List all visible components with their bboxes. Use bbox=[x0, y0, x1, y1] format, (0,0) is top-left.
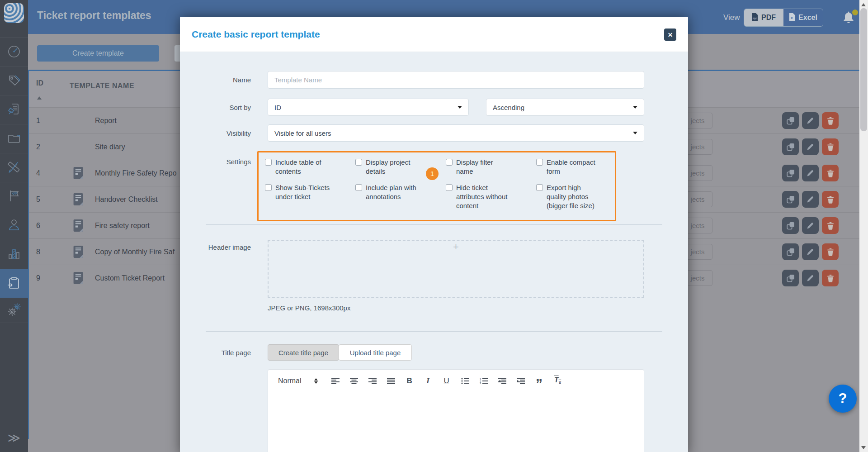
modal-close-button[interactable]: ✕ bbox=[664, 29, 676, 41]
edit-button[interactable] bbox=[802, 243, 819, 260]
edit-button[interactable] bbox=[802, 270, 819, 286]
editor-content-area[interactable] bbox=[268, 392, 644, 452]
edit-button[interactable] bbox=[802, 191, 819, 208]
checkbox[interactable] bbox=[536, 159, 543, 166]
settings-option[interactable]: Display filter name bbox=[446, 158, 536, 176]
sort-direction-select[interactable]: Ascending bbox=[486, 99, 644, 116]
template-name[interactable]: Monthly Fire Safety Repo bbox=[95, 169, 177, 177]
settings-option[interactable]: Enable compact form bbox=[536, 158, 627, 176]
sidebar-item-flags[interactable] bbox=[0, 182, 28, 211]
app-logo-icon[interactable] bbox=[4, 3, 24, 23]
pencil-icon bbox=[807, 169, 814, 177]
duplicate-button[interactable] bbox=[782, 217, 799, 234]
settings-option[interactable]: Hide ticket attributes without content bbox=[446, 183, 536, 210]
copy-icon bbox=[787, 274, 795, 282]
template-name[interactable]: Copy of Monthly Fire Saf bbox=[95, 248, 175, 256]
outdent-button[interactable] bbox=[498, 376, 506, 385]
checkbox[interactable] bbox=[355, 159, 362, 166]
sidebar-item-dashboard[interactable] bbox=[0, 37, 28, 66]
sidebar-item-settings[interactable] bbox=[0, 298, 28, 323]
settings-option[interactable]: Include plan with annotations bbox=[355, 183, 446, 210]
template-name[interactable]: Fire safety report bbox=[95, 222, 150, 230]
template-name[interactable]: Site diary bbox=[95, 143, 125, 151]
template-name-input[interactable]: Template Name bbox=[268, 71, 644, 89]
duplicate-button[interactable] bbox=[782, 112, 799, 129]
delete-button[interactable] bbox=[822, 270, 839, 286]
duplicate-button[interactable] bbox=[782, 243, 799, 260]
edit-button[interactable] bbox=[802, 112, 819, 129]
bold-button[interactable]: B bbox=[406, 376, 414, 385]
row-id: 9 bbox=[36, 274, 71, 282]
duplicate-button[interactable] bbox=[782, 270, 799, 286]
clipboard-report-icon bbox=[6, 275, 22, 292]
paragraph-style-select[interactable]: Normal bbox=[278, 377, 302, 385]
edit-button[interactable] bbox=[802, 217, 819, 234]
tab-upload-title-page[interactable]: Upload title page bbox=[339, 344, 412, 361]
header-image-dropzone[interactable]: + bbox=[268, 240, 644, 298]
italic-button[interactable]: I bbox=[424, 376, 432, 385]
help-button[interactable]: ? bbox=[829, 385, 857, 413]
sidebar-item-measure-tools[interactable] bbox=[0, 153, 28, 182]
indent-button[interactable] bbox=[517, 376, 525, 385]
svg-text:3: 3 bbox=[480, 382, 481, 384]
checkbox[interactable] bbox=[446, 184, 453, 191]
vertical-scroll-thumb[interactable] bbox=[860, 8, 867, 131]
align-justify-button[interactable] bbox=[387, 376, 395, 385]
view-pdf-button[interactable]: PDF PDF bbox=[744, 9, 783, 26]
updown-arrows-icon[interactable] bbox=[314, 378, 318, 384]
template-name[interactable]: Custom Ticket Report bbox=[95, 274, 165, 282]
visibility-select[interactable]: Visible for all users bbox=[268, 124, 644, 142]
tab-create-title-page[interactable]: Create title page bbox=[268, 344, 339, 361]
edit-button[interactable] bbox=[802, 138, 819, 155]
delete-button[interactable] bbox=[822, 217, 839, 234]
checkbox[interactable] bbox=[536, 184, 543, 191]
align-left-button[interactable] bbox=[331, 376, 340, 385]
duplicate-button[interactable] bbox=[782, 191, 799, 208]
list-ordered-button[interactable]: 123 bbox=[480, 376, 488, 385]
create-template-button[interactable]: Create template bbox=[37, 45, 159, 62]
vertical-scrollbar[interactable] bbox=[859, 0, 868, 452]
sidebar: ≫ bbox=[0, 0, 28, 452]
sidebar-item-statistics[interactable] bbox=[0, 240, 28, 269]
duplicate-button[interactable] bbox=[782, 138, 799, 155]
editor-toolbar: Normal BIU123”Tx bbox=[268, 370, 644, 392]
list-bullet-button[interactable] bbox=[461, 376, 469, 385]
settings-option[interactable]: Export high quality photos (bigger file … bbox=[536, 183, 627, 210]
scroll-down-icon[interactable] bbox=[861, 446, 866, 449]
notifications-button[interactable] bbox=[842, 11, 857, 26]
checkbox-label: Include table of contents bbox=[275, 158, 330, 176]
align-center-button[interactable] bbox=[350, 376, 358, 385]
duplicate-button[interactable] bbox=[782, 165, 799, 181]
clear-formatting-button[interactable]: Tx bbox=[554, 376, 562, 385]
delete-button[interactable] bbox=[822, 243, 839, 260]
sidebar-collapse-button[interactable]: ≫ bbox=[0, 428, 28, 448]
checkbox[interactable] bbox=[446, 159, 453, 166]
template-name[interactable]: Report bbox=[95, 117, 117, 125]
align-right-button[interactable] bbox=[368, 376, 377, 385]
delete-button[interactable] bbox=[822, 165, 839, 181]
blockquote-button[interactable]: ” bbox=[535, 376, 543, 385]
sort-column-select[interactable]: ID bbox=[268, 99, 469, 116]
checkbox[interactable] bbox=[265, 159, 272, 166]
sidebar-item-ticket-reports[interactable] bbox=[0, 269, 28, 298]
template-name[interactable]: Handover Checklist bbox=[95, 195, 158, 204]
sidebar-item-folders[interactable] bbox=[0, 124, 28, 153]
settings-option[interactable]: Include table of contents bbox=[265, 158, 355, 176]
delete-button[interactable] bbox=[822, 112, 839, 129]
sidebar-item-tags[interactable] bbox=[0, 66, 28, 95]
column-header-id[interactable]: ID bbox=[36, 79, 43, 87]
sidebar-item-pinned-plans[interactable] bbox=[0, 95, 28, 124]
checkbox[interactable] bbox=[355, 184, 362, 191]
delete-button[interactable] bbox=[822, 191, 839, 208]
pencil-icon bbox=[807, 222, 814, 229]
column-header-template-name[interactable]: TEMPLATE NAME bbox=[70, 82, 134, 90]
edit-button[interactable] bbox=[802, 165, 819, 181]
delete-button[interactable] bbox=[822, 138, 839, 155]
settings-option[interactable]: Show Sub-Tickets under ticket bbox=[265, 183, 355, 210]
underline-button[interactable]: U bbox=[443, 376, 451, 385]
svg-text:PDF: PDF bbox=[753, 18, 757, 20]
sidebar-item-contacts[interactable] bbox=[0, 211, 28, 240]
checkbox[interactable] bbox=[265, 184, 272, 191]
scroll-up-icon[interactable] bbox=[861, 3, 866, 6]
view-excel-button[interactable]: x Excel bbox=[783, 9, 823, 26]
